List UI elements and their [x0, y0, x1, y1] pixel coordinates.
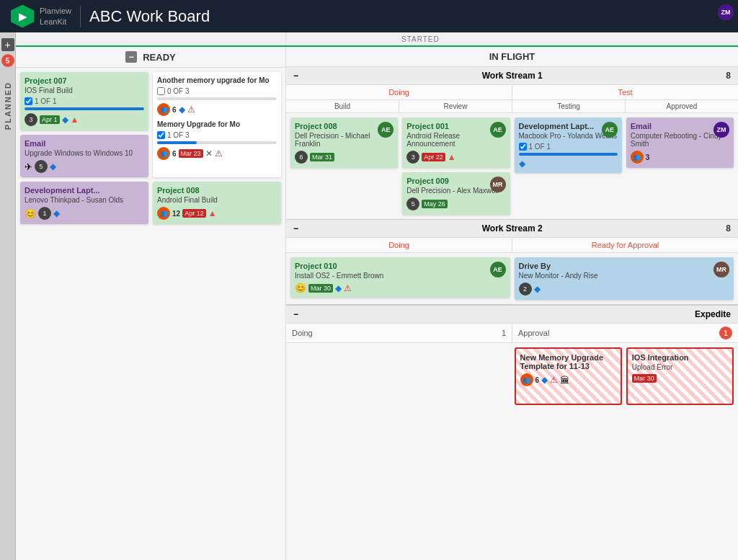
- expedite-doing-header: Doing 1: [286, 324, 512, 342]
- card-dev-laptop-diamond-icon: ◆: [53, 208, 60, 218]
- card-ios-integration[interactable]: ZM IOS Integration Upload Error Mar 30: [626, 347, 734, 405]
- card-proj001[interactable]: AE Project 001 Android Release Announcem…: [402, 117, 510, 168]
- ws1-subheader-row: Doing Test: [286, 85, 738, 100]
- card-dev-laptop-body: Lenovo Thinkpad - Susan Olds: [25, 196, 144, 204]
- collapse-ready-button[interactable]: −: [125, 51, 137, 63]
- columns-row: − READY Project 007 IOS Final Build 1 OF…: [16, 47, 738, 560]
- card-dev-laptop-testing-avatar: AE: [602, 122, 618, 138]
- card-memory-alert-icon: ⚠: [187, 105, 195, 115]
- card-proj010-alert-icon: ⚠: [344, 283, 352, 293]
- workstream1: − Work Stream 1 8 Doing Test Build Revie…: [286, 67, 738, 220]
- card-ios-integration-body: Upload Error: [632, 363, 728, 371]
- collapse-expedite-button[interactable]: −: [293, 309, 298, 319]
- card-007-footer: 3 Apr 1 ◆ ▲: [25, 113, 144, 126]
- card-proj008-ready-title: Project 008: [157, 186, 277, 195]
- collapse-ws1-button[interactable]: −: [293, 71, 298, 81]
- ws2-count: 8: [726, 223, 731, 234]
- card-proj010-diamond-icon: ◆: [335, 283, 342, 293]
- ws1-approved-section: ZM Email Computer Rebooting - Cindy Smit…: [626, 117, 734, 215]
- card-dev-laptop-smiley-icon: 😊: [25, 208, 36, 219]
- card-proj010-footer: 😊 Mar 30 ◆ ⚠: [295, 283, 506, 293]
- card-proj010-smiley-icon: 😊: [295, 283, 306, 293]
- card-proj008-ready[interactable]: Project 008 Android Final Build 👥 12 Apr…: [153, 182, 281, 224]
- card-proj010-avatar: AE: [490, 262, 506, 277]
- card-drive-by[interactable]: MR Drive By New Monitor - Andy Rise 2 ◆: [515, 257, 734, 300]
- card-memory-footer2: 👥 6 Mar 23 ✕ ⚠: [157, 147, 277, 160]
- card-memory-progress1: [157, 97, 277, 100]
- card-memory-progress2: [157, 141, 277, 144]
- card-007-body: IOS Final Build: [25, 86, 144, 94]
- ws1-count: 8: [726, 71, 731, 81]
- expedite-doing-col: [290, 347, 510, 405]
- inflight-label: IN FLIGHT: [489, 51, 535, 62]
- card-memory-date: Mar 23: [179, 149, 203, 158]
- card-007-title: Project 007: [25, 76, 144, 85]
- card-proj001-footer: 3 Apr 22 ▲: [406, 151, 505, 164]
- ws1-review-header: Review: [399, 100, 512, 112]
- card-drive-by-diamond-icon: ◆: [534, 284, 541, 294]
- ws1-build-section: AE Project 008 Dell Precision - Michael …: [290, 117, 398, 215]
- card-memory-body2: Memory Upgrade for Mo: [157, 120, 277, 128]
- workstream2: − Work Stream 2 8 Doing Ready for Approv…: [286, 220, 738, 305]
- card-drive-by-footer: 2 ◆: [519, 283, 730, 295]
- card-memory-count2: 6: [172, 150, 177, 158]
- card-007-diamond-icon: ◆: [62, 115, 68, 125]
- columns-area: STARTED − READY Project 007 IOS Final Bu…: [16, 32, 738, 560]
- ws1-doing-header: Doing: [286, 85, 512, 99]
- card-proj009-count: 5: [406, 197, 419, 210]
- add-column-button[interactable]: +: [1, 38, 14, 51]
- ws2-doing-header: Doing: [286, 238, 512, 252]
- card-memory-people-icon2: 👥: [157, 147, 170, 160]
- card-proj008-count: 12: [172, 210, 180, 218]
- ws1-review-section: AE Project 001 Android Release Announcem…: [402, 117, 510, 215]
- card-email-approved-people-icon: 👥: [631, 151, 644, 164]
- expedite-approval-col: MR New Memory Upgrade Template for 11-13…: [515, 347, 734, 405]
- card-dev-laptop-footer: 😊 1 ◆: [25, 207, 144, 220]
- card-email-approved-footer: 👥 3: [631, 151, 729, 164]
- card-project-007[interactable]: Project 007 IOS Final Build 1 OF 1 3 Apr…: [20, 72, 148, 130]
- card-memory-footer1: 👥 6 ◆ ⚠: [157, 103, 277, 116]
- inflight-column: IN FLIGHT − Work Stream 1 8 Doing Test: [286, 47, 738, 560]
- expedite-doing-count: 1: [502, 329, 506, 337]
- card-dev-laptop-ready[interactable]: Development Lapt... Lenovo Thinkpad - Su…: [20, 182, 148, 224]
- card-proj010[interactable]: AE Project 010 Install OS2 - Emmett Brow…: [290, 257, 510, 298]
- card-dev-laptop-testing-checkbox[interactable]: 1 OF 1: [519, 143, 618, 151]
- card-memory-checkbox2[interactable]: 1 OF 3: [157, 131, 277, 139]
- card-proj008-people-icon: 👥: [157, 207, 170, 220]
- board-container: + 5 PLANNED STARTED − READY Project 007: [0, 32, 738, 560]
- card-email-ready[interactable]: Email Upgrade Windows to Windows 10 ✈ 5 …: [20, 135, 148, 177]
- planned-sidebar: + 5 PLANNED: [0, 32, 16, 560]
- card-proj001-count: 3: [406, 151, 419, 164]
- card-dev-laptop-testing-progress: [519, 153, 618, 156]
- ready-column: − READY Project 007 IOS Final Build 1 OF…: [16, 47, 286, 560]
- card-007-checkbox[interactable]: 1 OF 1: [25, 97, 144, 105]
- card-007-priority-icon: ▲: [71, 115, 79, 125]
- card-memory-alert2-icon: ⚠: [215, 148, 223, 159]
- card-memory-upgrade[interactable]: Another memory upgrade for Mo 0 OF 3 👥 6…: [153, 72, 281, 177]
- ws1-cards-row: AE Project 008 Dell Precision - Michael …: [286, 113, 738, 219]
- card-drive-by-body: New Monitor - Andy Rise: [519, 272, 730, 280]
- card-new-memory-footer: 👥 6 ◆ ⚠ 🏛: [520, 373, 616, 386]
- board-title: ABC Work Board: [89, 7, 210, 26]
- card-email-approved[interactable]: ZM Email Computer Rebooting - Cindy Smit…: [626, 117, 734, 168]
- card-proj009[interactable]: MR Project 009 Dell Precision - Alex Max…: [402, 172, 510, 215]
- card-new-memory-count: 6: [535, 376, 540, 384]
- card-email-approved-count: 3: [646, 154, 650, 161]
- ws2-doing-col: AE Project 010 Install OS2 - Emmett Brow…: [290, 257, 510, 300]
- card-proj009-date: May 26: [422, 200, 448, 208]
- card-memory-checkbox1[interactable]: 0 OF 3: [157, 87, 277, 95]
- ws1-sub-subheader: Build Review Testing Approved: [286, 100, 738, 113]
- planned-count-badge: 5: [1, 54, 14, 67]
- collapse-ws2-button[interactable]: −: [293, 223, 298, 234]
- card-dev-laptop-testing[interactable]: AE Development Lapt... Macbook Pro - Yol…: [515, 117, 622, 173]
- card-new-memory[interactable]: MR New Memory Upgrade Template for 11-13…: [515, 347, 622, 405]
- card-new-memory-diamond-icon: ◆: [541, 375, 548, 385]
- card-memory-count1: 6: [172, 106, 177, 114]
- card-dev-laptop-testing-footer: ◆: [519, 159, 618, 169]
- ws2-cards-row: AE Project 010 Install OS2 - Emmett Brow…: [286, 253, 738, 304]
- card-proj001-avatar: AE: [490, 122, 506, 138]
- card-new-memory-title: New Memory Upgrade Template for 11-13: [520, 353, 616, 370]
- card-proj008-build[interactable]: AE Project 008 Dell Precision - Michael …: [290, 117, 398, 168]
- card-proj001-date: Apr 22: [422, 153, 445, 161]
- card-proj009-avatar: MR: [490, 177, 506, 192]
